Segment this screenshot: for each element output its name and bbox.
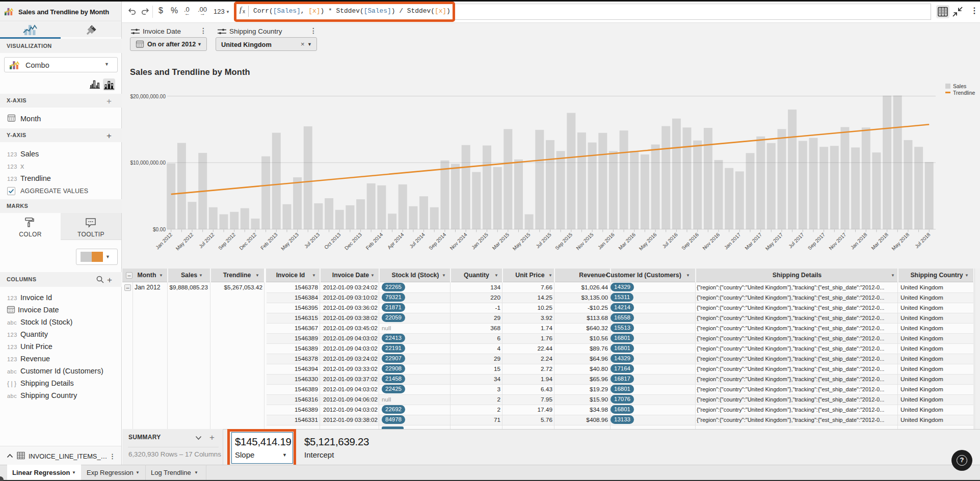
svg-text:Sep 2017: Sep 2017: [807, 231, 826, 251]
svg-text:Feb 2014: Feb 2014: [365, 231, 384, 251]
svg-text:Jan 2012: Jan 2012: [154, 231, 173, 250]
svg-text:Mar 2018: Mar 2018: [870, 231, 889, 251]
svg-text:Feb 2013: Feb 2013: [259, 231, 279, 251]
svg-text:Nov 2014: Nov 2014: [449, 231, 468, 251]
svg-text:Mar 2017: Mar 2017: [744, 231, 763, 251]
svg-text:Sep 2016: Sep 2016: [680, 231, 700, 251]
svg-text:Nov 2016: Nov 2016: [701, 231, 721, 251]
svg-text:May 2018: May 2018: [890, 231, 910, 251]
svg-text:Nov 2017: Nov 2017: [828, 231, 847, 251]
svg-text:May 2017: May 2017: [764, 231, 784, 251]
svg-text:Jan 2015: Jan 2015: [470, 231, 489, 250]
svg-text:Mar 2015: Mar 2015: [491, 231, 511, 251]
svg-text:$10,000,000.00: $10,000,000.00: [130, 160, 166, 166]
svg-text:Jul 2013: Jul 2013: [303, 231, 321, 249]
svg-text:Jul 2012: Jul 2012: [198, 231, 216, 249]
svg-text:Jul 2014: Jul 2014: [408, 231, 426, 249]
svg-text:Trendline: Trendline: [953, 90, 975, 96]
svg-text:Sep 2012: Sep 2012: [217, 231, 236, 251]
svg-text:May 2015: May 2015: [512, 231, 532, 251]
svg-text:Sales: Sales: [953, 83, 966, 89]
svg-text:May 2013: May 2013: [280, 231, 300, 251]
svg-text:Oct 2013: Oct 2013: [323, 231, 342, 250]
svg-text:Jan 2018: Jan 2018: [850, 231, 868, 250]
svg-text:Jan 2016: Jan 2016: [597, 231, 616, 250]
svg-text:May 2016: May 2016: [638, 231, 658, 251]
svg-text:Nov 2015: Nov 2015: [575, 231, 594, 251]
svg-text:$20,000,000.00: $20,000,000.00: [130, 94, 166, 99]
svg-text:Sep 2014: Sep 2014: [428, 231, 447, 251]
svg-text:Jul 2018: Jul 2018: [914, 231, 932, 249]
svg-text:Jul 2015: Jul 2015: [535, 231, 552, 249]
svg-text:Jan 2017: Jan 2017: [723, 231, 742, 250]
svg-text:Dec 2013: Dec 2013: [343, 231, 363, 251]
svg-text:Mar 2016: Mar 2016: [617, 231, 637, 251]
svg-text:Sep 2015: Sep 2015: [554, 231, 573, 251]
svg-text:Dec 2012: Dec 2012: [238, 231, 257, 251]
svg-text:Jul 2017: Jul 2017: [787, 231, 805, 249]
svg-text:May 2012: May 2012: [175, 231, 195, 251]
svg-text:Apr 2014: Apr 2014: [386, 231, 405, 250]
svg-text:Jul 2016: Jul 2016: [661, 231, 679, 249]
svg-text:$0.00: $0.00: [153, 227, 166, 232]
